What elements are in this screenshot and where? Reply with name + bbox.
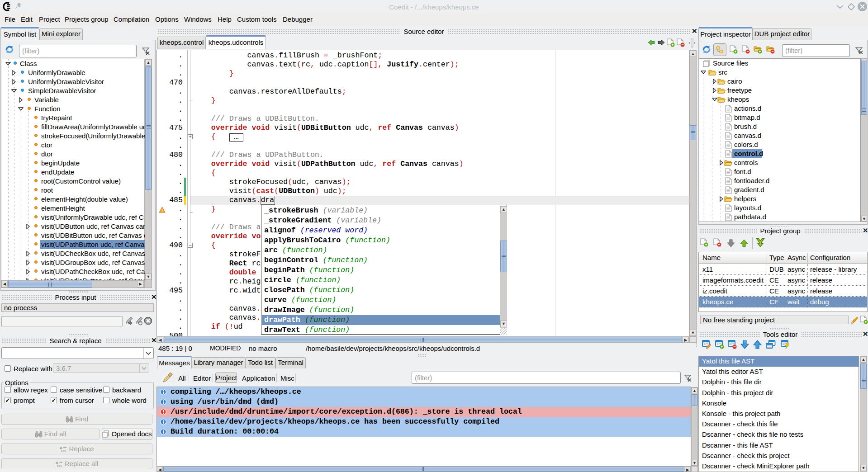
svg-text:A: A (56, 461, 58, 465)
svg-text:A: A (60, 446, 62, 450)
